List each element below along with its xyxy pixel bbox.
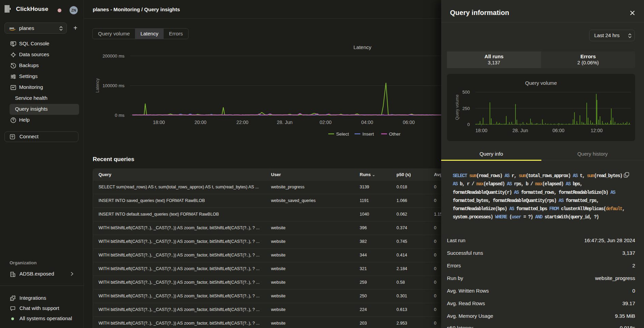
svg-text:22:00: 22:00 bbox=[236, 120, 248, 125]
svg-text:Insert: Insert bbox=[362, 131, 374, 137]
svg-text:500: 500 bbox=[462, 90, 470, 95]
svg-text:28. Jun: 28. Jun bbox=[512, 128, 528, 133]
svg-text:Query volume: Query volume bbox=[455, 94, 460, 120]
svg-text:28. Jun: 28. Jun bbox=[277, 120, 293, 125]
svg-text:0 ms: 0 ms bbox=[115, 113, 125, 118]
svg-text:Latency: Latency bbox=[354, 44, 372, 50]
svg-text:06:00: 06:00 bbox=[403, 120, 415, 125]
svg-text:Latency: Latency bbox=[95, 78, 100, 93]
svg-text:20:00: 20:00 bbox=[194, 120, 206, 125]
svg-text:06:00: 06:00 bbox=[552, 128, 564, 133]
svg-text:12:00: 12:00 bbox=[590, 128, 602, 133]
svg-text:Select: Select bbox=[336, 131, 349, 137]
svg-text:100000 ms: 100000 ms bbox=[103, 83, 125, 88]
svg-text:18:00: 18:00 bbox=[153, 120, 165, 125]
svg-text:0: 0 bbox=[467, 122, 470, 127]
svg-text:02:00: 02:00 bbox=[319, 120, 331, 125]
svg-text:18:00: 18:00 bbox=[475, 128, 487, 133]
svg-text:200000 ms: 200000 ms bbox=[103, 53, 125, 59]
svg-text:250: 250 bbox=[462, 106, 470, 111]
svg-text:Other: Other bbox=[389, 131, 401, 137]
svg-text:Query volume: Query volume bbox=[525, 80, 557, 86]
svg-text:aws: aws bbox=[10, 27, 14, 30]
svg-text:04:00: 04:00 bbox=[361, 120, 373, 125]
